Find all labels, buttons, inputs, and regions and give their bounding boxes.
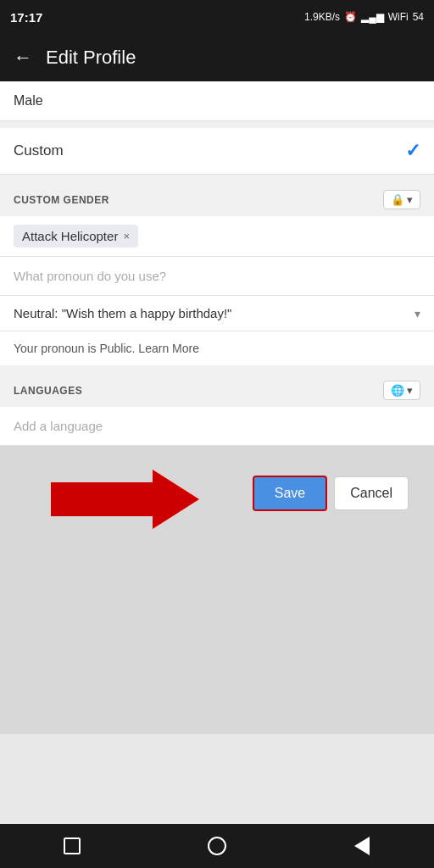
header: ← Edit Profile (0, 34, 434, 81)
tag-row: Attack Helicopter × (0, 216, 434, 257)
status-bar: 17:17 1.9KB/s ⏰ ▂▄▆ WiFi 54 (0, 0, 434, 34)
pronoun-placeholder: What pronoun do you use? (14, 269, 166, 283)
nav-bar (0, 824, 434, 868)
content-area: Male Custom ✓ CUSTOM GENDER 🔒 ▾ Attack H… (0, 81, 434, 446)
custom-gender-label: CUSTOM GENDER (14, 194, 109, 206)
language-dropdown-icon: ▾ (407, 384, 413, 397)
arrow-container (51, 470, 203, 532)
add-language-placeholder: Add a language (14, 419, 103, 433)
signal-icon: ▂▄▆ (361, 11, 384, 23)
globe-icon: 🌐 (391, 384, 404, 397)
alarm-icon: ⏰ (344, 11, 357, 23)
checkmark-icon: ✓ (405, 140, 420, 162)
languages-section-header: LANGUAGES 🌐 ▾ (0, 372, 434, 407)
svg-marker-0 (51, 470, 199, 529)
network-speed: 1.9KB/s (304, 11, 340, 23)
tag-remove-button[interactable]: × (123, 230, 130, 242)
bottom-area: Save Cancel (0, 446, 434, 734)
custom-gender-row[interactable]: Custom ✓ (0, 128, 434, 175)
pronoun-select-row[interactable]: Neutral: "Wish them a happy birthday!" ▾ (0, 296, 434, 331)
back-button[interactable]: ← (14, 47, 32, 69)
custom-gender-section-header: CUSTOM GENDER 🔒 ▾ (0, 181, 434, 216)
divider-3 (0, 365, 434, 372)
nav-back-button[interactable] (349, 833, 375, 859)
gender-male-row[interactable]: Male (0, 81, 434, 121)
pronoun-selected-value: Neutral: "Wish them a happy birthday!" (14, 306, 231, 320)
status-right: 1.9KB/s ⏰ ▂▄▆ WiFi 54 (304, 11, 424, 23)
pronoun-input-field[interactable]: What pronoun do you use? (0, 257, 434, 296)
page-title: Edit Profile (46, 47, 136, 69)
pronoun-info: Your pronoun is Public. Learn More (0, 331, 434, 365)
lock-icon: 🔒 (391, 193, 404, 206)
wifi-icon: WiFi (388, 11, 409, 23)
custom-label: Custom (14, 142, 64, 159)
pronoun-dropdown-icon[interactable]: ▾ (415, 307, 420, 320)
lock-privacy-button[interactable]: 🔒 ▾ (383, 190, 420, 209)
language-privacy-button[interactable]: 🌐 ▾ (383, 381, 420, 400)
circle-icon (208, 837, 226, 855)
red-arrow-icon (51, 470, 203, 529)
divider-2 (0, 175, 434, 181)
nav-square-button[interactable] (59, 833, 85, 859)
pronoun-info-text: Your pronoun is Public. Learn More (14, 342, 199, 355)
dropdown-icon: ▾ (407, 193, 413, 206)
languages-label: LANGUAGES (14, 385, 82, 397)
square-icon (64, 837, 81, 854)
gender-tag[interactable]: Attack Helicopter × (14, 225, 138, 248)
gender-male-label: Male (14, 93, 43, 108)
battery-level: 54 (413, 11, 424, 23)
nav-home-button[interactable] (204, 833, 230, 859)
action-buttons: Save Cancel (253, 476, 409, 511)
cancel-button[interactable]: Cancel (334, 476, 409, 510)
gender-tag-label: Attack Helicopter (22, 229, 118, 243)
status-time: 17:17 (10, 10, 42, 25)
triangle-icon (354, 837, 370, 855)
add-language-field[interactable]: Add a language (0, 407, 434, 446)
divider-1 (0, 121, 434, 128)
save-button[interactable]: Save (253, 476, 327, 511)
